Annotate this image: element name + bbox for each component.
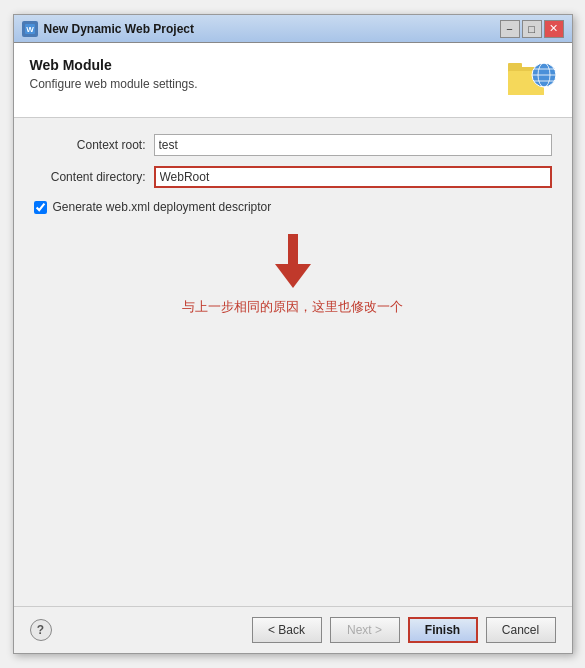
context-root-label: Context root: bbox=[34, 138, 154, 152]
next-button[interactable]: Next > bbox=[330, 617, 400, 643]
footer-left: ? bbox=[30, 619, 52, 641]
svg-text:W: W bbox=[26, 25, 34, 34]
title-bar: W New Dynamic Web Project − □ ✕ bbox=[14, 15, 572, 43]
context-root-input[interactable] bbox=[154, 134, 552, 156]
window: W New Dynamic Web Project − □ ✕ Web Modu… bbox=[13, 14, 573, 654]
arrow-head bbox=[275, 264, 311, 288]
footer: ? < Back Next > Finish Cancel bbox=[14, 606, 572, 653]
window-controls: − □ ✕ bbox=[500, 20, 564, 38]
page-title: Web Module bbox=[30, 57, 198, 73]
svg-rect-3 bbox=[508, 63, 522, 69]
content-directory-input[interactable] bbox=[154, 166, 552, 188]
annotation-text: 与上一步相同的原因，这里也修改一个 bbox=[182, 298, 403, 316]
context-root-row: Context root: bbox=[34, 134, 552, 156]
close-button[interactable]: ✕ bbox=[544, 20, 564, 38]
folder-globe-icon bbox=[508, 57, 556, 105]
header-section: Web Module Configure web module settings… bbox=[14, 43, 572, 118]
minimize-button[interactable]: − bbox=[500, 20, 520, 38]
generate-xml-checkbox[interactable] bbox=[34, 201, 47, 214]
content-directory-row: Content directory: bbox=[34, 166, 552, 188]
checkbox-label: Generate web.xml deployment descriptor bbox=[53, 200, 272, 214]
finish-button[interactable]: Finish bbox=[408, 617, 478, 643]
help-button[interactable]: ? bbox=[30, 619, 52, 641]
maximize-button[interactable]: □ bbox=[522, 20, 542, 38]
content-directory-label: Content directory: bbox=[34, 170, 154, 184]
page-subtitle: Configure web module settings. bbox=[30, 77, 198, 91]
arrow-shaft bbox=[288, 234, 298, 264]
header-text: Web Module Configure web module settings… bbox=[30, 57, 198, 91]
footer-buttons: < Back Next > Finish Cancel bbox=[252, 617, 556, 643]
cancel-button[interactable]: Cancel bbox=[486, 617, 556, 643]
annotation-area: 与上一步相同的原因，这里也修改一个 bbox=[34, 234, 552, 316]
window-title: New Dynamic Web Project bbox=[44, 22, 500, 36]
window-icon: W bbox=[22, 21, 38, 37]
checkbox-row: Generate web.xml deployment descriptor bbox=[34, 200, 552, 214]
back-button[interactable]: < Back bbox=[252, 617, 322, 643]
content-area: Context root: Content directory: Generat… bbox=[14, 118, 572, 606]
